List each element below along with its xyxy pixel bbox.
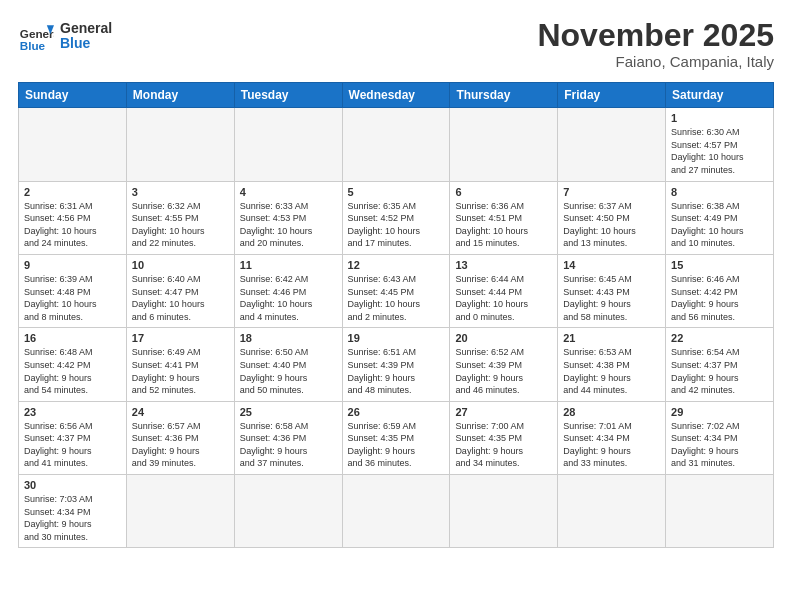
day-number: 4 [240, 186, 337, 198]
calendar-cell [450, 108, 558, 181]
day-number: 16 [24, 332, 121, 344]
calendar-cell: 6Sunrise: 6:36 AM Sunset: 4:51 PM Daylig… [450, 181, 558, 254]
day-info: Sunrise: 6:37 AM Sunset: 4:50 PM Dayligh… [563, 200, 660, 250]
day-info: Sunrise: 6:40 AM Sunset: 4:47 PM Dayligh… [132, 273, 229, 323]
calendar-cell: 25Sunrise: 6:58 AM Sunset: 4:36 PM Dayli… [234, 401, 342, 474]
day-number: 11 [240, 259, 337, 271]
day-info: Sunrise: 6:49 AM Sunset: 4:41 PM Dayligh… [132, 346, 229, 396]
day-number: 17 [132, 332, 229, 344]
logo: General Blue General Blue [18, 18, 112, 54]
day-number: 6 [455, 186, 552, 198]
day-info: Sunrise: 6:36 AM Sunset: 4:51 PM Dayligh… [455, 200, 552, 250]
day-number: 26 [348, 406, 445, 418]
day-info: Sunrise: 7:00 AM Sunset: 4:35 PM Dayligh… [455, 420, 552, 470]
day-number: 27 [455, 406, 552, 418]
calendar-cell: 4Sunrise: 6:33 AM Sunset: 4:53 PM Daylig… [234, 181, 342, 254]
calendar-cell: 13Sunrise: 6:44 AM Sunset: 4:44 PM Dayli… [450, 254, 558, 327]
day-number: 22 [671, 332, 768, 344]
day-info: Sunrise: 6:56 AM Sunset: 4:37 PM Dayligh… [24, 420, 121, 470]
calendar-cell: 23Sunrise: 6:56 AM Sunset: 4:37 PM Dayli… [19, 401, 127, 474]
logo-icon: General Blue [18, 18, 54, 54]
calendar-cell: 8Sunrise: 6:38 AM Sunset: 4:49 PM Daylig… [666, 181, 774, 254]
day-info: Sunrise: 6:42 AM Sunset: 4:46 PM Dayligh… [240, 273, 337, 323]
calendar-cell: 19Sunrise: 6:51 AM Sunset: 4:39 PM Dayli… [342, 328, 450, 401]
calendar-cell [234, 108, 342, 181]
calendar-cell: 1Sunrise: 6:30 AM Sunset: 4:57 PM Daylig… [666, 108, 774, 181]
calendar-cell: 22Sunrise: 6:54 AM Sunset: 4:37 PM Dayli… [666, 328, 774, 401]
calendar-week-row: 1Sunrise: 6:30 AM Sunset: 4:57 PM Daylig… [19, 108, 774, 181]
calendar-cell [234, 475, 342, 548]
day-number: 14 [563, 259, 660, 271]
day-info: Sunrise: 6:30 AM Sunset: 4:57 PM Dayligh… [671, 126, 768, 176]
day-number: 3 [132, 186, 229, 198]
day-info: Sunrise: 6:48 AM Sunset: 4:42 PM Dayligh… [24, 346, 121, 396]
weekday-header-friday: Friday [558, 83, 666, 108]
day-info: Sunrise: 7:02 AM Sunset: 4:34 PM Dayligh… [671, 420, 768, 470]
day-info: Sunrise: 7:03 AM Sunset: 4:34 PM Dayligh… [24, 493, 121, 543]
weekday-header-thursday: Thursday [450, 83, 558, 108]
calendar-cell: 16Sunrise: 6:48 AM Sunset: 4:42 PM Dayli… [19, 328, 127, 401]
day-number: 25 [240, 406, 337, 418]
weekday-header-sunday: Sunday [19, 83, 127, 108]
day-info: Sunrise: 6:52 AM Sunset: 4:39 PM Dayligh… [455, 346, 552, 396]
weekday-header-wednesday: Wednesday [342, 83, 450, 108]
day-number: 13 [455, 259, 552, 271]
calendar-cell: 15Sunrise: 6:46 AM Sunset: 4:42 PM Dayli… [666, 254, 774, 327]
day-number: 9 [24, 259, 121, 271]
weekday-header-saturday: Saturday [666, 83, 774, 108]
day-number: 19 [348, 332, 445, 344]
calendar-cell: 2Sunrise: 6:31 AM Sunset: 4:56 PM Daylig… [19, 181, 127, 254]
calendar-cell: 30Sunrise: 7:03 AM Sunset: 4:34 PM Dayli… [19, 475, 127, 548]
day-info: Sunrise: 6:39 AM Sunset: 4:48 PM Dayligh… [24, 273, 121, 323]
day-info: Sunrise: 6:32 AM Sunset: 4:55 PM Dayligh… [132, 200, 229, 250]
calendar-cell: 14Sunrise: 6:45 AM Sunset: 4:43 PM Dayli… [558, 254, 666, 327]
calendar-cell: 26Sunrise: 6:59 AM Sunset: 4:35 PM Dayli… [342, 401, 450, 474]
day-info: Sunrise: 6:44 AM Sunset: 4:44 PM Dayligh… [455, 273, 552, 323]
day-info: Sunrise: 6:45 AM Sunset: 4:43 PM Dayligh… [563, 273, 660, 323]
day-info: Sunrise: 6:38 AM Sunset: 4:49 PM Dayligh… [671, 200, 768, 250]
day-number: 23 [24, 406, 121, 418]
calendar-cell [342, 108, 450, 181]
day-info: Sunrise: 6:31 AM Sunset: 4:56 PM Dayligh… [24, 200, 121, 250]
day-info: Sunrise: 6:58 AM Sunset: 4:36 PM Dayligh… [240, 420, 337, 470]
calendar-cell: 24Sunrise: 6:57 AM Sunset: 4:36 PM Dayli… [126, 401, 234, 474]
calendar-cell: 5Sunrise: 6:35 AM Sunset: 4:52 PM Daylig… [342, 181, 450, 254]
calendar-cell: 11Sunrise: 6:42 AM Sunset: 4:46 PM Dayli… [234, 254, 342, 327]
calendar-cell: 18Sunrise: 6:50 AM Sunset: 4:40 PM Dayli… [234, 328, 342, 401]
calendar-cell: 29Sunrise: 7:02 AM Sunset: 4:34 PM Dayli… [666, 401, 774, 474]
calendar-cell [558, 475, 666, 548]
logo-general: General [60, 21, 112, 36]
calendar-cell: 10Sunrise: 6:40 AM Sunset: 4:47 PM Dayli… [126, 254, 234, 327]
calendar-week-row: 30Sunrise: 7:03 AM Sunset: 4:34 PM Dayli… [19, 475, 774, 548]
calendar-cell: 20Sunrise: 6:52 AM Sunset: 4:39 PM Dayli… [450, 328, 558, 401]
day-number: 30 [24, 479, 121, 491]
calendar-week-row: 9Sunrise: 6:39 AM Sunset: 4:48 PM Daylig… [19, 254, 774, 327]
weekday-header-monday: Monday [126, 83, 234, 108]
day-number: 12 [348, 259, 445, 271]
calendar-cell: 28Sunrise: 7:01 AM Sunset: 4:34 PM Dayli… [558, 401, 666, 474]
calendar-table: SundayMondayTuesdayWednesdayThursdayFrid… [18, 82, 774, 548]
logo-blue: Blue [60, 36, 112, 51]
day-info: Sunrise: 6:46 AM Sunset: 4:42 PM Dayligh… [671, 273, 768, 323]
day-number: 7 [563, 186, 660, 198]
weekday-header-tuesday: Tuesday [234, 83, 342, 108]
calendar-cell [666, 475, 774, 548]
month-title: November 2025 [537, 18, 774, 53]
calendar-cell [19, 108, 127, 181]
day-number: 8 [671, 186, 768, 198]
calendar-cell: 12Sunrise: 6:43 AM Sunset: 4:45 PM Dayli… [342, 254, 450, 327]
day-info: Sunrise: 6:43 AM Sunset: 4:45 PM Dayligh… [348, 273, 445, 323]
day-number: 2 [24, 186, 121, 198]
calendar-week-row: 2Sunrise: 6:31 AM Sunset: 4:56 PM Daylig… [19, 181, 774, 254]
calendar-cell: 3Sunrise: 6:32 AM Sunset: 4:55 PM Daylig… [126, 181, 234, 254]
day-number: 28 [563, 406, 660, 418]
calendar-cell: 17Sunrise: 6:49 AM Sunset: 4:41 PM Dayli… [126, 328, 234, 401]
calendar-week-row: 16Sunrise: 6:48 AM Sunset: 4:42 PM Dayli… [19, 328, 774, 401]
day-number: 18 [240, 332, 337, 344]
calendar-week-row: 23Sunrise: 6:56 AM Sunset: 4:37 PM Dayli… [19, 401, 774, 474]
calendar-cell: 27Sunrise: 7:00 AM Sunset: 4:35 PM Dayli… [450, 401, 558, 474]
calendar-cell: 7Sunrise: 6:37 AM Sunset: 4:50 PM Daylig… [558, 181, 666, 254]
location-title: Faiano, Campania, Italy [537, 53, 774, 70]
calendar-cell [126, 108, 234, 181]
page-header: General Blue General Blue November 2025 … [18, 18, 774, 70]
